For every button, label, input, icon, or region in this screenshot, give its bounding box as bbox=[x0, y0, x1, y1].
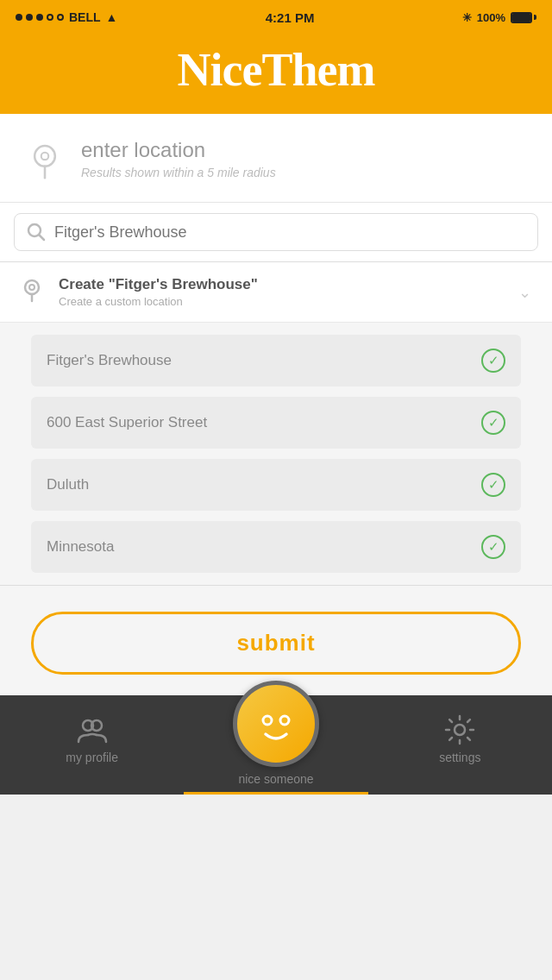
tab-active-indicator bbox=[184, 792, 367, 795]
battery-icon bbox=[511, 12, 536, 23]
submit-button[interactable]: submit bbox=[31, 612, 521, 675]
location-heading: enter location bbox=[81, 138, 276, 162]
check-icon-2: ✓ bbox=[481, 473, 505, 497]
location-section: enter location Results shown within a 5 … bbox=[0, 114, 552, 203]
status-carrier-area: BELL ▲ bbox=[16, 10, 117, 24]
svg-point-0 bbox=[34, 146, 55, 166]
svg-point-11 bbox=[280, 716, 289, 725]
result-item-3[interactable]: Minnesota ✓ bbox=[31, 521, 521, 573]
status-right-area: ✳ 100% bbox=[462, 11, 536, 24]
location-subtext: Results shown within a 5 mile radius bbox=[81, 166, 276, 179]
location-text: enter location Results shown within a 5 … bbox=[81, 138, 276, 179]
dot-5 bbox=[57, 14, 64, 21]
result-item-0[interactable]: Fitger's Brewhouse ✓ bbox=[31, 335, 521, 386]
svg-point-6 bbox=[29, 285, 34, 290]
tab-settings[interactable]: settings bbox=[368, 695, 552, 795]
result-item-1[interactable]: 600 East Superior Street ✓ bbox=[31, 397, 521, 449]
status-bar: BELL ▲ 4:21 PM ✳ 100% bbox=[0, 0, 552, 35]
result-text-2: Duluth bbox=[47, 476, 89, 493]
carrier-label: BELL bbox=[69, 10, 101, 24]
tab-my-profile[interactable]: my profile bbox=[0, 695, 184, 795]
result-text-0: Fitger's Brewhouse bbox=[47, 352, 172, 369]
svg-point-5 bbox=[25, 280, 39, 294]
svg-point-10 bbox=[263, 716, 272, 725]
app-title: NiceThem bbox=[17, 43, 535, 97]
svg-point-1 bbox=[41, 153, 48, 160]
status-time: 4:21 PM bbox=[266, 10, 315, 25]
battery-percent: 100% bbox=[477, 11, 505, 24]
results-list: Fitger's Brewhouse ✓ 600 East Superior S… bbox=[0, 323, 552, 585]
check-icon-0: ✓ bbox=[481, 349, 505, 373]
result-item-2[interactable]: Duluth ✓ bbox=[31, 459, 521, 511]
create-pin-icon bbox=[21, 277, 43, 307]
create-location-sublabel: Create a custom location bbox=[59, 295, 503, 308]
smiley-icon bbox=[250, 698, 302, 750]
settings-icon bbox=[444, 714, 475, 745]
profile-icon bbox=[77, 714, 108, 745]
create-location-text: Create "Fitger's Brewhouse" Create a cus… bbox=[59, 276, 503, 308]
submit-section: submit bbox=[0, 585, 552, 695]
result-text-1: 600 East Superior Street bbox=[47, 414, 207, 431]
search-icon bbox=[27, 223, 46, 242]
check-icon-1: ✓ bbox=[481, 411, 505, 435]
dot-3 bbox=[36, 14, 43, 21]
location-pin-icon bbox=[26, 141, 64, 179]
svg-line-4 bbox=[40, 236, 45, 241]
tab-profile-label: my profile bbox=[66, 751, 118, 764]
app-header: NiceThem bbox=[0, 35, 552, 114]
tab-bar: my profile nice someone settings bbox=[0, 695, 552, 795]
chevron-down-icon: ⌄ bbox=[518, 283, 531, 302]
search-input[interactable]: Fitger's Brewhouse bbox=[54, 223, 525, 242]
check-icon-3: ✓ bbox=[481, 535, 505, 559]
create-location-label: Create "Fitger's Brewhouse" bbox=[59, 276, 258, 292]
result-text-3: Minnesota bbox=[47, 538, 114, 556]
dot-4 bbox=[47, 14, 53, 21]
tab-nice-someone[interactable]: nice someone bbox=[184, 717, 367, 795]
location-icon-wrap bbox=[26, 141, 64, 183]
tab-nice-someone-label: nice someone bbox=[238, 772, 313, 786]
smiley-bubble bbox=[233, 681, 319, 767]
search-bar[interactable]: Fitger's Brewhouse bbox=[14, 213, 538, 251]
dot-2 bbox=[26, 14, 33, 21]
svg-point-12 bbox=[455, 725, 465, 735]
bluetooth-icon: ✳ bbox=[462, 11, 472, 24]
search-bar-wrap: Fitger's Brewhouse bbox=[0, 203, 552, 262]
signal-dots bbox=[16, 14, 64, 21]
dot-1 bbox=[16, 14, 22, 21]
wifi-icon: ▲ bbox=[106, 10, 118, 24]
tab-settings-label: settings bbox=[439, 751, 480, 764]
create-location-row[interactable]: Create "Fitger's Brewhouse" Create a cus… bbox=[0, 262, 552, 323]
